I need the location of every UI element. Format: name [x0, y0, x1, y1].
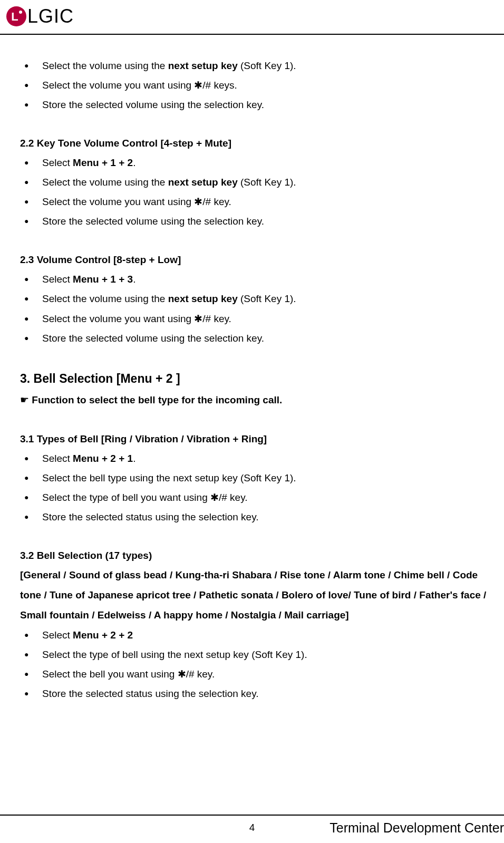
text: (Soft Key 1).: [238, 177, 296, 188]
text: Select: [42, 629, 73, 641]
text: Select the bell type using the next setu…: [42, 472, 296, 483]
list-item: Store the selected volume using the sele…: [20, 95, 504, 114]
list-item: Select the volume using the next setup k…: [20, 289, 504, 308]
list-item: Store the selected volume using the sele…: [20, 211, 504, 231]
list-item: Select Menu + 1 + 3.: [20, 269, 504, 289]
text: Store the selected status using the sele…: [42, 688, 259, 699]
list-item: Select the type of bell using the next s…: [20, 645, 504, 664]
text: Select the volume using the: [42, 60, 168, 71]
section-2-2-title: 2.2 Key Tone Volume Control [4-step + Mu…: [20, 133, 504, 153]
logo-dot: [19, 11, 22, 14]
text: Select the volume using the: [42, 293, 168, 304]
text: (Soft Key 1).: [238, 293, 296, 304]
brand-text: LGIC: [27, 5, 74, 27]
text: Select the volume you want using ✱/# key…: [42, 80, 237, 91]
text: Select: [42, 157, 73, 168]
text: Select the type of bell you want using ✱…: [42, 492, 248, 503]
list-item: Store the selected volume using the sele…: [20, 328, 504, 348]
bold-text: Menu + 2 + 1: [73, 453, 133, 464]
list-item: Store the selected status using the sele…: [20, 507, 504, 527]
section-3-title: 3. Bell Selection [Menu + 2 ]: [20, 367, 504, 391]
desc-text: Function to select the bell type for the…: [32, 394, 282, 405]
text: Store the selected volume using the sele…: [42, 216, 264, 227]
list-item: Select the bell type using the next setu…: [20, 468, 504, 488]
text: Select the volume using the: [42, 177, 168, 188]
text: Store the selected status using the sele…: [42, 511, 259, 522]
pointer-icon: ☛: [20, 394, 32, 405]
s32-list: Select Menu + 2 + 2 Select the type of b…: [20, 625, 504, 703]
text: Select: [42, 453, 73, 464]
section-2-3-title: 2.3 Volume Control [8-step + Low]: [20, 250, 504, 269]
s23-list: Select Menu + 1 + 3. Select the volume u…: [20, 269, 504, 347]
text: .: [133, 453, 135, 464]
list-item: Select the volume you want using ✱/# key…: [20, 75, 504, 95]
list-item: Select Menu + 2 + 2: [20, 625, 504, 645]
section-3-desc: ☛ Function to select the bell type for t…: [20, 390, 504, 410]
page-content: Select the volume using the next setup k…: [0, 35, 504, 703]
text: Select the bell you want using ✱/# key.: [42, 668, 215, 680]
section-3-2-types: [General / Sound of glass bead / Kung-th…: [20, 565, 504, 625]
text: Select the volume you want using ✱/# key…: [42, 313, 231, 324]
bold-text: Menu + 2 + 2: [73, 629, 133, 641]
text: (Soft Key 1).: [238, 60, 296, 71]
list-item: Select the volume you want using ✱/# key…: [20, 309, 504, 328]
text: Select the volume you want using ✱/# key…: [42, 196, 231, 207]
list-item: Select the bell you want using ✱/# key.: [20, 664, 504, 684]
list-item: Select the volume using the next setup k…: [20, 172, 504, 192]
logo-letter: L: [11, 11, 18, 23]
list-item: Select Menu + 2 + 1.: [20, 449, 504, 468]
text: Select the type of bell using the next s…: [42, 649, 307, 660]
intro-list: Select the volume using the next setup k…: [20, 56, 504, 114]
list-item: Store the selected status using the sele…: [20, 684, 504, 703]
list-item: Select the type of bell you want using ✱…: [20, 488, 504, 507]
bold-text: next setup key: [168, 60, 238, 71]
section-3-2-title: 3.2 Bell Selection (17 types): [20, 546, 504, 565]
text: Select: [42, 274, 73, 285]
s31-list: Select Menu + 2 + 1. Select the bell typ…: [20, 449, 504, 527]
lg-logo-icon: L: [6, 6, 26, 26]
bold-text: next setup key: [168, 177, 238, 188]
bold-text: Menu + 1 + 3: [73, 274, 133, 285]
footer-text: Terminal Development Center: [329, 820, 504, 836]
section-3-1-title: 3.1 Types of Bell [Ring / Vibration / Vi…: [20, 429, 504, 449]
text: Store the selected volume using the sele…: [42, 99, 264, 110]
text: .: [133, 274, 135, 285]
list-item: Select the volume using the next setup k…: [20, 56, 504, 75]
footer-divider: [0, 815, 504, 816]
list-item: Select Menu + 1 + 2.: [20, 153, 504, 172]
text: Store the selected volume using the sele…: [42, 333, 264, 344]
text: .: [133, 157, 135, 168]
s22-list: Select Menu + 1 + 2. Select the volume u…: [20, 153, 504, 231]
bold-text: next setup key: [168, 293, 238, 304]
list-item: Select the volume you want using ✱/# key…: [20, 192, 504, 211]
page-number: 4: [249, 822, 255, 834]
bold-text: Menu + 1 + 2: [73, 157, 133, 168]
header: L LGIC: [0, 5, 504, 34]
